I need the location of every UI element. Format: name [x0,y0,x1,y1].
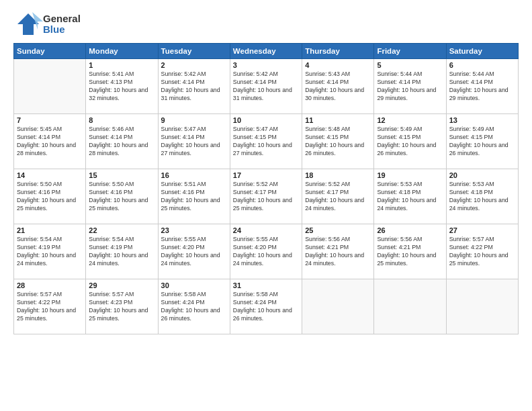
calendar-cell: 21Sunrise: 5:54 AMSunset: 4:19 PMDayligh… [14,224,86,279]
day-number: 31 [233,281,299,289]
logo-general-text: General [43,13,81,25]
day-number: 4 [305,61,371,69]
day-info: Sunrise: 5:52 AMSunset: 4:17 PMDaylight:… [233,181,299,213]
week-row-5: 28Sunrise: 5:57 AMSunset: 4:22 PMDayligh… [14,279,519,334]
day-info: Sunrise: 5:56 AMSunset: 4:21 PMDaylight:… [377,236,443,268]
calendar-cell: 12Sunrise: 5:49 AMSunset: 4:15 PMDayligh… [374,114,446,169]
day-number: 14 [17,171,83,179]
calendar-cell: 13Sunrise: 5:49 AMSunset: 4:15 PMDayligh… [446,114,518,169]
calendar-cell: 10Sunrise: 5:47 AMSunset: 4:15 PMDayligh… [230,114,302,169]
calendar-cell: 31Sunrise: 5:58 AMSunset: 4:24 PMDayligh… [230,279,302,334]
weekday-monday: Monday [86,44,158,59]
day-info: Sunrise: 5:50 AMSunset: 4:16 PMDaylight:… [17,181,83,213]
day-info: Sunrise: 5:51 AMSunset: 4:16 PMDaylight:… [161,181,227,213]
day-number: 23 [161,226,227,234]
day-info: Sunrise: 5:45 AMSunset: 4:14 PMDaylight:… [17,126,83,158]
calendar-cell: 19Sunrise: 5:53 AMSunset: 4:18 PMDayligh… [374,169,446,224]
day-number: 26 [377,226,443,234]
calendar-cell: 9Sunrise: 5:47 AMSunset: 4:14 PMDaylight… [158,114,230,169]
calendar-cell: 22Sunrise: 5:54 AMSunset: 4:19 PMDayligh… [86,224,158,279]
page: GeneralBlue SundayMondayTuesdayWednesday… [0,0,532,411]
day-info: Sunrise: 5:54 AMSunset: 4:19 PMDaylight:… [17,236,83,268]
day-number: 6 [449,61,515,69]
calendar-cell: 3Sunrise: 5:42 AMSunset: 4:14 PMDaylight… [230,59,302,114]
day-number: 28 [17,281,83,289]
day-info: Sunrise: 5:57 AMSunset: 4:22 PMDaylight:… [17,291,83,323]
day-number: 16 [161,171,227,179]
day-number: 5 [377,61,443,69]
day-number: 20 [449,171,515,179]
calendar-cell: 11Sunrise: 5:48 AMSunset: 4:15 PMDayligh… [302,114,374,169]
day-number: 21 [17,226,83,234]
calendar-cell: 20Sunrise: 5:53 AMSunset: 4:18 PMDayligh… [446,169,518,224]
day-info: Sunrise: 5:41 AMSunset: 4:13 PMDaylight:… [89,71,154,103]
day-info: Sunrise: 5:47 AMSunset: 4:15 PMDaylight:… [233,126,299,158]
day-info: Sunrise: 5:42 AMSunset: 4:14 PMDaylight:… [161,71,227,103]
calendar-cell: 14Sunrise: 5:50 AMSunset: 4:16 PMDayligh… [14,169,86,224]
day-number: 18 [305,171,371,179]
calendar-cell [374,279,446,334]
day-number: 25 [305,226,371,234]
weekday-sunday: Sunday [14,44,86,59]
day-number: 9 [161,116,227,124]
day-info: Sunrise: 5:58 AMSunset: 4:24 PMDaylight:… [233,291,299,323]
day-info: Sunrise: 5:55 AMSunset: 4:20 PMDaylight:… [161,236,227,268]
calendar-cell: 18Sunrise: 5:52 AMSunset: 4:17 PMDayligh… [302,169,374,224]
day-info: Sunrise: 5:44 AMSunset: 4:14 PMDaylight:… [449,71,515,103]
day-number: 29 [89,281,154,289]
day-info: Sunrise: 5:57 AMSunset: 4:23 PMDaylight:… [89,291,154,323]
header: GeneralBlue [13,12,519,36]
calendar-cell [14,59,86,114]
day-number: 17 [233,171,299,179]
calendar-cell: 30Sunrise: 5:58 AMSunset: 4:24 PMDayligh… [158,279,230,334]
day-number: 7 [17,116,83,124]
day-number: 1 [89,61,154,69]
day-number: 13 [449,116,515,124]
day-number: 30 [161,281,227,289]
day-number: 15 [89,171,154,179]
calendar-cell: 27Sunrise: 5:57 AMSunset: 4:22 PMDayligh… [446,224,518,279]
calendar-cell: 16Sunrise: 5:51 AMSunset: 4:16 PMDayligh… [158,169,230,224]
day-info: Sunrise: 5:58 AMSunset: 4:24 PMDaylight:… [161,291,227,323]
calendar-cell [302,279,374,334]
day-info: Sunrise: 5:44 AMSunset: 4:14 PMDaylight:… [377,71,443,103]
calendar-cell: 15Sunrise: 5:50 AMSunset: 4:16 PMDayligh… [86,169,158,224]
day-info: Sunrise: 5:53 AMSunset: 4:18 PMDaylight:… [377,181,443,213]
week-row-2: 7Sunrise: 5:45 AMSunset: 4:14 PMDaylight… [14,114,519,169]
calendar: SundayMondayTuesdayWednesdayThursdayFrid… [13,43,519,334]
calendar-cell: 24Sunrise: 5:55 AMSunset: 4:20 PMDayligh… [230,224,302,279]
weekday-wednesday: Wednesday [230,44,302,59]
day-info: Sunrise: 5:48 AMSunset: 4:15 PMDaylight:… [305,126,371,158]
logo: GeneralBlue [13,12,81,36]
calendar-cell: 1Sunrise: 5:41 AMSunset: 4:13 PMDaylight… [86,59,158,114]
day-number: 27 [449,226,515,234]
day-info: Sunrise: 5:47 AMSunset: 4:14 PMDaylight:… [161,126,227,158]
day-info: Sunrise: 5:46 AMSunset: 4:14 PMDaylight:… [89,126,154,158]
day-info: Sunrise: 5:55 AMSunset: 4:20 PMDaylight:… [233,236,299,268]
week-row-3: 14Sunrise: 5:50 AMSunset: 4:16 PMDayligh… [14,169,519,224]
calendar-cell: 25Sunrise: 5:56 AMSunset: 4:21 PMDayligh… [302,224,374,279]
calendar-cell: 17Sunrise: 5:52 AMSunset: 4:17 PMDayligh… [230,169,302,224]
weekday-thursday: Thursday [302,44,374,59]
day-number: 8 [89,116,154,124]
calendar-cell: 8Sunrise: 5:46 AMSunset: 4:14 PMDaylight… [86,114,158,169]
weekday-friday: Friday [374,44,446,59]
calendar-cell: 4Sunrise: 5:43 AMSunset: 4:14 PMDaylight… [302,59,374,114]
week-row-1: 1Sunrise: 5:41 AMSunset: 4:13 PMDaylight… [14,59,519,114]
calendar-cell: 6Sunrise: 5:44 AMSunset: 4:14 PMDaylight… [446,59,518,114]
calendar-cell: 26Sunrise: 5:56 AMSunset: 4:21 PMDayligh… [374,224,446,279]
calendar-cell: 7Sunrise: 5:45 AMSunset: 4:14 PMDaylight… [14,114,86,169]
day-info: Sunrise: 5:52 AMSunset: 4:17 PMDaylight:… [305,181,371,213]
day-info: Sunrise: 5:54 AMSunset: 4:19 PMDaylight:… [89,236,154,268]
day-info: Sunrise: 5:42 AMSunset: 4:14 PMDaylight:… [233,71,299,103]
day-number: 22 [89,226,154,234]
day-info: Sunrise: 5:49 AMSunset: 4:15 PMDaylight:… [377,126,443,158]
weekday-saturday: Saturday [446,44,518,59]
calendar-cell: 2Sunrise: 5:42 AMSunset: 4:14 PMDaylight… [158,59,230,114]
logo-blue-text: Blue [43,24,81,36]
calendar-cell: 23Sunrise: 5:55 AMSunset: 4:20 PMDayligh… [158,224,230,279]
calendar-cell: 29Sunrise: 5:57 AMSunset: 4:23 PMDayligh… [86,279,158,334]
day-number: 19 [377,171,443,179]
day-number: 11 [305,116,371,124]
weekday-tuesday: Tuesday [158,44,230,59]
